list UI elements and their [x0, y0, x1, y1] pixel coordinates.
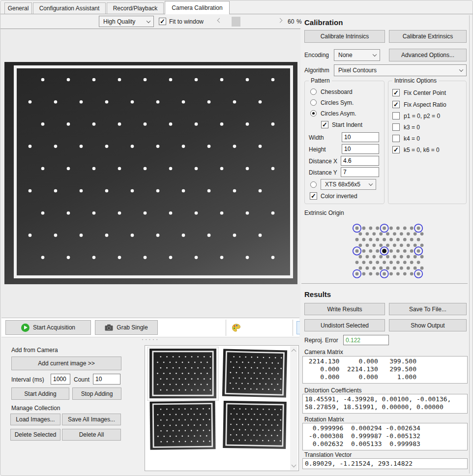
- partial-toolbar-button[interactable]: [296, 321, 300, 334]
- thumbnail-1[interactable]: [149, 349, 216, 398]
- image-collection-panel: [145, 345, 299, 471]
- algorithm-label: Algorithm: [304, 67, 329, 74]
- zoom-slider[interactable]: [215, 17, 284, 27]
- interval-input[interactable]: [51, 374, 70, 385]
- algorithm-select[interactable]: Pixel Contours: [334, 64, 467, 76]
- chevron-down-icon: [369, 182, 373, 186]
- rotation-matrix-label: Rotation Matrix: [304, 416, 344, 423]
- slider-right-arrow-icon[interactable]: [278, 18, 283, 23]
- save-all-images-button[interactable]: Save All Images...: [62, 414, 121, 425]
- fix-center-point-label: Fix Center Point: [404, 89, 446, 96]
- save-to-file-button[interactable]: Save To File...: [389, 303, 467, 315]
- k5-k6-checkbox[interactable]: ✓: [392, 146, 400, 153]
- width-input[interactable]: [342, 132, 379, 142]
- distance-x-input[interactable]: [341, 156, 379, 166]
- height-input[interactable]: [342, 144, 379, 154]
- quality-select[interactable]: High Quality: [99, 16, 154, 27]
- slider-left-arrow-icon[interactable]: [217, 18, 222, 23]
- panel-divider: [469, 15, 470, 474]
- add-from-camera-title: Add from Camera: [11, 347, 58, 354]
- image-viewer: [0, 29, 300, 318]
- calibrate-intrinsics-button[interactable]: Calibrate Intrinsics: [304, 30, 385, 43]
- zoom-unit: %: [296, 18, 302, 25]
- encoding-select[interactable]: None: [334, 49, 380, 61]
- camera-matrix-label: Camera Matrix: [304, 349, 343, 356]
- color-inverted-label: Color inverted: [321, 193, 357, 200]
- count-label: Count: [74, 376, 89, 383]
- encoding-label: Encoding: [304, 52, 329, 59]
- intrinsic-options-groupbox: Intrinsic Options: [388, 81, 467, 204]
- start-adding-button[interactable]: Start Adding: [11, 387, 69, 400]
- extrinsic-origin-pattern[interactable]: [352, 223, 424, 279]
- palette-icon: [232, 324, 241, 333]
- chessboard-radio[interactable]: [310, 89, 317, 95]
- thumbnail-2[interactable]: [222, 349, 287, 397]
- translation-vector-box: 0.89029, -1.21524, 293.14822: [302, 458, 468, 469]
- thumbnail-3[interactable]: [149, 401, 215, 449]
- fit-to-window-checkbox[interactable]: ✓: [159, 18, 166, 25]
- translation-vector-label: Translation Vector: [304, 451, 352, 458]
- show-output-button[interactable]: Show Output: [389, 319, 467, 331]
- p1-p2-checkbox[interactable]: ✓: [392, 112, 400, 119]
- distortion-coefficients-label: Distortion Coefficients: [304, 387, 362, 394]
- reproj-error-input[interactable]: [343, 335, 389, 345]
- tab-general[interactable]: General: [4, 2, 32, 14]
- write-results-button[interactable]: Write Results: [304, 303, 385, 315]
- circles-asym-label: Circles Asym.: [321, 110, 356, 117]
- palette-button[interactable]: [230, 322, 242, 334]
- toolbar-separator-2: [293, 320, 293, 336]
- camera-calibration-window: General Configuration Assistant Record/P…: [0, 0, 473, 476]
- load-images-button[interactable]: Load Images...: [10, 414, 60, 425]
- k4-checkbox[interactable]: ✓: [392, 135, 400, 142]
- p1-p2-label: p1 = 0, p2 = 0: [404, 113, 440, 119]
- count-input[interactable]: [93, 374, 120, 385]
- add-current-image-button[interactable]: Add current image >>: [11, 357, 121, 370]
- toolbar-separator: [226, 320, 226, 336]
- checkmark-icon: ✓: [322, 121, 328, 128]
- start-indent-checkbox[interactable]: ✓: [321, 121, 328, 128]
- fix-aspect-ratio-checkbox[interactable]: ✓: [392, 101, 400, 108]
- checkmark-icon: ✓: [310, 193, 317, 199]
- calibrate-extrinsics-button[interactable]: Calibrate Extrinsics: [389, 30, 467, 43]
- delete-all-button[interactable]: Delete All: [62, 429, 121, 441]
- color-inverted-checkbox[interactable]: ✓: [310, 192, 317, 200]
- grab-single-button[interactable]: Grab Single: [95, 320, 158, 335]
- start-acquisition-button[interactable]: Start Acquisition: [5, 320, 91, 335]
- rotation-matrix-box: 0.999996 0.000294 -0.002634 -0.000308 0.…: [302, 423, 468, 450]
- checkmark-icon: ✓: [393, 101, 399, 108]
- tab-configuration-assistant[interactable]: Configuration Assistant: [33, 2, 106, 14]
- undistort-selected-button[interactable]: Undistort Selected: [304, 319, 385, 331]
- chevron-down-icon: [147, 19, 150, 23]
- camera-image: [4, 62, 297, 284]
- thumbnail-scrollbar[interactable]: [290, 346, 297, 470]
- k4-label: k4 = 0: [404, 135, 420, 142]
- scroll-up-icon[interactable]: [292, 349, 296, 354]
- play-icon: [21, 324, 30, 332]
- delete-selected-button[interactable]: Delete Selected: [10, 429, 60, 441]
- circles-sym-label: Circles Sym.: [321, 99, 354, 106]
- stop-adding-button[interactable]: Stop Adding: [72, 387, 121, 400]
- tab-camera-calibration[interactable]: Camera Calibration: [165, 1, 230, 14]
- chevron-down-icon: [373, 53, 377, 57]
- xts-radio[interactable]: [310, 181, 317, 188]
- splitter-handle[interactable]: ·····: [140, 335, 161, 343]
- slider-thumb[interactable]: [232, 17, 240, 27]
- thumbnail-4[interactable]: [223, 401, 287, 449]
- distance-x-label: Distance X: [309, 158, 337, 165]
- pattern-title: Pattern: [309, 77, 332, 84]
- camera-icon: [105, 324, 113, 331]
- xts-select[interactable]: XTS 68x56x5: [321, 179, 376, 190]
- circles-sym-radio[interactable]: [310, 99, 317, 106]
- fix-center-point-checkbox[interactable]: ✓: [392, 89, 400, 96]
- advanced-options-button[interactable]: Advanced Options...: [389, 49, 467, 61]
- k3-checkbox[interactable]: ✓: [392, 123, 400, 131]
- distance-y-input[interactable]: [341, 167, 379, 177]
- chevron-down-icon: [459, 68, 463, 72]
- tab-record-playback[interactable]: Record/Playback: [107, 2, 164, 14]
- circles-asym-radio[interactable]: [310, 110, 317, 117]
- scroll-down-icon[interactable]: [292, 463, 296, 468]
- checkmark-icon: ✓: [393, 89, 399, 96]
- distance-y-label: Distance Y: [309, 169, 337, 176]
- height-label: Height: [309, 146, 326, 153]
- intrinsic-options-title: Intrinsic Options: [392, 77, 439, 84]
